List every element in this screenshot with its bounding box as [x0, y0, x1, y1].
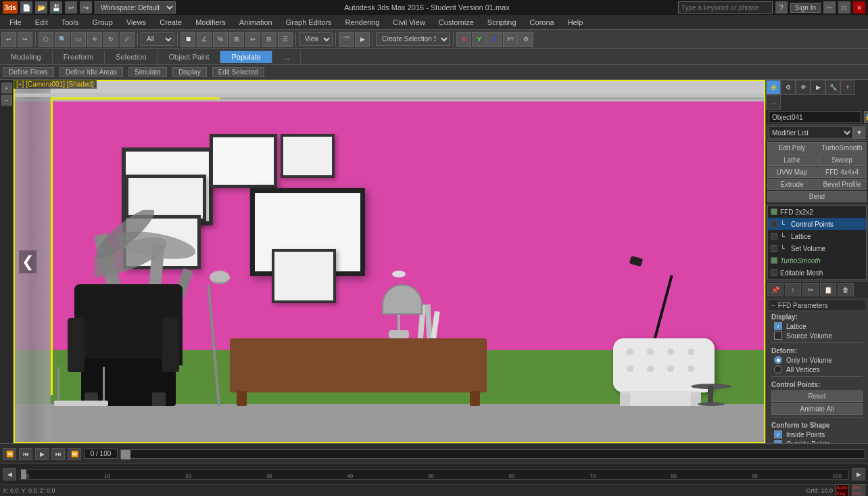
lattice-checkbox[interactable]: ✓ — [774, 322, 782, 330]
all-vertices-radio[interactable] — [774, 365, 782, 374]
stack-move-up-btn[interactable]: ↑ — [785, 283, 801, 296]
menu-civil-view[interactable]: Civil View — [386, 17, 431, 28]
align-tool[interactable]: ⊟ — [262, 32, 276, 47]
only-in-volume-radio[interactable] — [774, 356, 782, 364]
menu-rendering[interactable]: Rendering — [339, 17, 387, 28]
menu-file[interactable]: File — [3, 17, 28, 28]
tab-display[interactable]: 👁 — [796, 80, 811, 95]
eye-lattice[interactable] — [771, 233, 777, 240]
object-name-input[interactable] — [769, 111, 861, 123]
stack-item-ffd-2x2x2[interactable]: FFD 2x2x2 — [768, 206, 866, 218]
view-select[interactable]: View — [299, 32, 333, 46]
stack-item-lattice[interactable]: └ Lattice — [768, 230, 866, 242]
modifier-list-arrow[interactable]: ▼ — [853, 127, 865, 139]
edge-minus[interactable]: − — [1, 95, 12, 106]
tab-extras[interactable]: … — [766, 95, 781, 110]
minimize-icon[interactable]: ─ — [823, 1, 836, 14]
mod-btn-uvw-map[interactable]: UVW Map — [767, 166, 817, 178]
angle-snap[interactable]: ∠ — [197, 32, 212, 47]
filter-select[interactable]: All — [141, 32, 174, 46]
mod-btn-sweep[interactable]: Sweep — [817, 154, 867, 166]
scrubber-track[interactable]: 0 10 20 30 40 50 60 70 80 90 100 — [19, 469, 849, 480]
stack-cut-btn[interactable]: ✂ — [802, 283, 819, 296]
timeline-start-btn[interactable]: ⏪ — [3, 448, 16, 460]
menu-tools[interactable]: Tools — [55, 17, 86, 28]
timeline-slider[interactable] — [120, 449, 865, 459]
new-icon[interactable]: 📄 — [20, 1, 32, 14]
scrubber-left-btn[interactable]: ◀ — [3, 468, 16, 480]
render-setup[interactable]: 🎬 — [339, 32, 354, 47]
menu-animation[interactable]: Animation — [233, 17, 279, 28]
display-btn[interactable]: Display — [172, 67, 207, 77]
stack-paste-btn[interactable]: 📋 — [820, 283, 836, 296]
viewport-nav-prev[interactable]: ❮ — [19, 250, 37, 273]
menu-edit[interactable]: Edit — [28, 17, 55, 28]
tab-utilities[interactable]: 🔧 — [825, 80, 840, 95]
keyword-search[interactable] — [678, 1, 773, 14]
mod-btn-extrude[interactable]: Extrude — [767, 179, 817, 190]
redo-icon[interactable]: ↪ — [80, 1, 92, 14]
tab-modeling[interactable]: Modeling — [0, 51, 53, 63]
tab-object-paint[interactable]: Object Paint — [158, 51, 221, 63]
timeline-play-btn[interactable]: ▶ — [35, 448, 49, 460]
edge-plus[interactable]: + — [1, 83, 12, 93]
select-region[interactable]: ▭ — [71, 32, 86, 47]
eye-ts[interactable] — [771, 257, 777, 264]
menu-corona[interactable]: Corona — [523, 17, 561, 28]
layer-mgr[interactable]: ☰ — [278, 32, 293, 47]
stack-item-control-points[interactable]: └ Control Points — [768, 218, 866, 230]
workspace-select[interactable]: Workspace: Default — [95, 1, 176, 14]
tab-selection[interactable]: Selection — [105, 51, 158, 63]
undo-tool[interactable]: ↩ — [1, 32, 16, 47]
move-tool[interactable]: ✛ — [87, 32, 102, 47]
help-icon[interactable]: ? — [775, 1, 788, 14]
select-by-name[interactable]: 🔍 — [55, 32, 70, 47]
maximize-icon[interactable]: □ — [838, 1, 850, 14]
save-icon[interactable]: 💾 — [50, 1, 62, 14]
stack-pin-btn[interactable]: 📌 — [767, 283, 783, 296]
undo-icon[interactable]: ↩ — [65, 1, 77, 14]
eye-cp[interactable] — [771, 221, 777, 227]
edit-selected-btn[interactable]: Edit Selected — [212, 67, 264, 77]
axis-options[interactable]: ⚙ — [519, 32, 533, 47]
inside-points-checkbox[interactable]: ✓ — [774, 430, 782, 438]
sign-in-button[interactable]: Sign In — [790, 3, 821, 13]
tab-freeform[interactable]: Freeform — [53, 51, 105, 63]
menu-create[interactable]: Create — [153, 17, 189, 28]
menu-scripting[interactable]: Scripting — [481, 17, 523, 28]
menu-views[interactable]: Views — [120, 17, 153, 28]
axis-y[interactable]: Y — [472, 32, 487, 47]
scale-tool[interactable]: ⤢ — [120, 32, 135, 47]
rotate-tool[interactable]: ↻ — [103, 32, 118, 47]
axis-x[interactable]: X — [456, 32, 471, 47]
timeline-end-btn[interactable]: ⏩ — [68, 448, 81, 460]
eye-em[interactable] — [771, 269, 777, 276]
select-tool[interactable]: ⬡ — [39, 32, 53, 47]
timeline-prev-btn[interactable]: ⏮ — [19, 448, 32, 460]
define-idle-areas-btn[interactable]: Define Idle Areas — [59, 67, 123, 77]
menu-help[interactable]: Help — [561, 17, 590, 28]
menu-modifiers[interactable]: Modifiers — [189, 17, 233, 28]
animate-all-button[interactable]: Animate All — [771, 403, 863, 415]
timeline-next-btn[interactable]: ⏭ — [51, 448, 65, 460]
mirror-tool[interactable]: ⇔ — [245, 32, 260, 47]
viewport[interactable]: [+] [Camera001] [Shaded] — [14, 80, 765, 443]
tab-modify[interactable]: ⚙ — [781, 80, 796, 95]
eye-ffd[interactable] — [771, 208, 777, 215]
stack-item-turbosmooth[interactable]: TurboSmooth — [768, 254, 866, 267]
axis-xy[interactable]: XY — [503, 32, 518, 47]
menu-group[interactable]: Group — [85, 17, 120, 28]
scrubber-right-btn[interactable]: ▶ — [852, 468, 865, 480]
outside-points-checkbox[interactable]: ✓ — [774, 440, 782, 443]
source-volume-checkbox[interactable] — [774, 332, 782, 340]
reset-button[interactable]: Reset — [771, 390, 863, 402]
redo-tool[interactable]: ↪ — [18, 32, 32, 47]
selection-set[interactable]: Create Selection Set — [376, 32, 450, 46]
stack-item-set-volume[interactable]: └ Set Volume — [768, 242, 866, 254]
lock-selection-btn[interactable]: 🔒 — [864, 111, 868, 123]
tab-populate[interactable]: Populate — [220, 51, 272, 63]
render-btn[interactable]: ▶ — [355, 32, 370, 47]
simulate-btn[interactable]: Simulate — [128, 67, 167, 77]
tab-more[interactable]: ... — [272, 51, 301, 63]
mod-btn-ffd-4x4x4[interactable]: FFD 4x4x4 — [817, 166, 867, 178]
